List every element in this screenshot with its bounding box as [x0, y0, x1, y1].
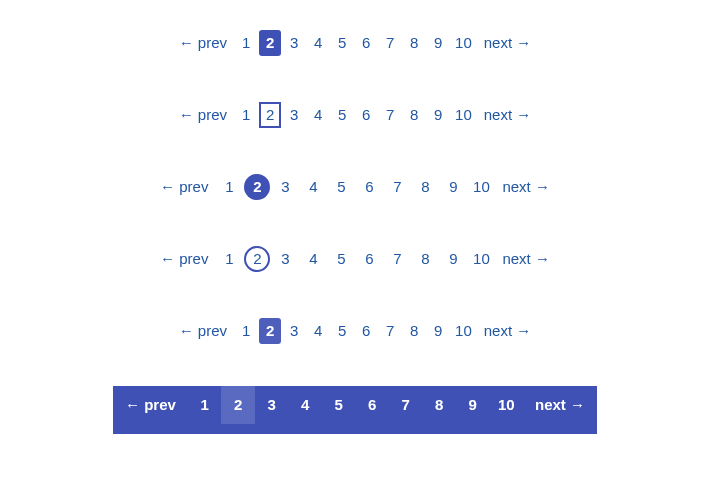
page-button-2[interactable]: 2 [259, 318, 281, 344]
page-button-3[interactable]: 3 [255, 386, 289, 424]
page-button-1[interactable]: 1 [235, 318, 257, 344]
page-button-2[interactable]: 2 [221, 386, 255, 424]
prev-button[interactable]: ← prev [154, 246, 214, 272]
page-button-1[interactable]: 1 [188, 386, 222, 424]
page-button-8[interactable]: 8 [422, 386, 456, 424]
page-button-5[interactable]: 5 [328, 246, 354, 272]
page-button-4[interactable]: 4 [288, 386, 322, 424]
page-button-9[interactable]: 9 [427, 30, 449, 56]
page-button-5[interactable]: 5 [331, 102, 353, 128]
page-button-3[interactable]: 3 [283, 318, 305, 344]
pagination-circle-outline: ← prev12345678910next → [105, 236, 605, 308]
page-button-7[interactable]: 7 [379, 102, 401, 128]
page-button-10[interactable]: 10 [490, 386, 524, 424]
page-button-5[interactable]: 5 [331, 30, 353, 56]
page-button-6[interactable]: 6 [355, 30, 377, 56]
prev-button[interactable]: ← prev [113, 386, 188, 424]
next-button[interactable]: next → [496, 246, 556, 272]
page-button-8[interactable]: 8 [412, 246, 438, 272]
page-button-10[interactable]: 10 [451, 102, 476, 128]
next-button[interactable]: next → [478, 102, 538, 128]
prev-button[interactable]: ← prev [173, 30, 233, 56]
page-button-8[interactable]: 8 [403, 318, 425, 344]
page-button-9[interactable]: 9 [427, 318, 449, 344]
page-button-2[interactable]: 2 [259, 30, 281, 56]
page-button-3[interactable]: 3 [283, 102, 305, 128]
prev-button[interactable]: ← prev [173, 318, 233, 344]
page-button-2[interactable]: 2 [259, 102, 281, 128]
page-button-7[interactable]: 7 [379, 318, 401, 344]
prev-button[interactable]: ← prev [154, 174, 214, 200]
page-button-9[interactable]: 9 [427, 102, 449, 128]
page-button-1[interactable]: 1 [216, 174, 242, 200]
page-button-9[interactable]: 9 [456, 386, 490, 424]
next-button[interactable]: next → [496, 174, 556, 200]
page-button-6[interactable]: 6 [356, 174, 382, 200]
page-button-1[interactable]: 1 [235, 30, 257, 56]
pagination-circle-filled: ← prev12345678910next → [105, 164, 605, 236]
page-button-8[interactable]: 8 [403, 30, 425, 56]
page-button-2[interactable]: 2 [244, 246, 270, 272]
page-button-3[interactable]: 3 [272, 246, 298, 272]
page-button-6[interactable]: 6 [356, 246, 382, 272]
prev-button[interactable]: ← prev [173, 102, 233, 128]
pagination-square-outline: ← prev12345678910next → [105, 92, 605, 164]
page-button-9[interactable]: 9 [440, 174, 466, 200]
page-button-3[interactable]: 3 [283, 30, 305, 56]
page-button-7[interactable]: 7 [384, 174, 410, 200]
next-button[interactable]: next → [523, 386, 597, 424]
page-button-6[interactable]: 6 [355, 386, 389, 424]
page-button-1[interactable]: 1 [235, 102, 257, 128]
page-button-10[interactable]: 10 [451, 30, 476, 56]
page-button-8[interactable]: 8 [412, 174, 438, 200]
page-button-7[interactable]: 7 [379, 30, 401, 56]
page-button-5[interactable]: 5 [331, 318, 353, 344]
next-button[interactable]: next → [478, 30, 538, 56]
page-button-6[interactable]: 6 [355, 102, 377, 128]
pagination-bar-full: ← prev12345678910next → [113, 386, 597, 434]
page-button-2[interactable]: 2 [244, 174, 270, 200]
page-button-7[interactable]: 7 [389, 386, 423, 424]
page-button-10[interactable]: 10 [468, 246, 494, 272]
page-button-4[interactable]: 4 [300, 246, 326, 272]
page-button-9[interactable]: 9 [440, 246, 466, 272]
pagination-rounded-filled: ← prev12345678910next → [105, 308, 605, 380]
page-button-5[interactable]: 5 [322, 386, 356, 424]
page-button-10[interactable]: 10 [451, 318, 476, 344]
page-button-7[interactable]: 7 [384, 246, 410, 272]
page-button-4[interactable]: 4 [300, 174, 326, 200]
page-button-10[interactable]: 10 [468, 174, 494, 200]
page-button-1[interactable]: 1 [216, 246, 242, 272]
page-button-3[interactable]: 3 [272, 174, 298, 200]
page-button-5[interactable]: 5 [328, 174, 354, 200]
pagination-square-filled: ← prev12345678910next → [105, 20, 605, 92]
page-button-6[interactable]: 6 [355, 318, 377, 344]
page-button-4[interactable]: 4 [307, 102, 329, 128]
page-button-8[interactable]: 8 [403, 102, 425, 128]
page-button-4[interactable]: 4 [307, 30, 329, 56]
page-button-4[interactable]: 4 [307, 318, 329, 344]
next-button[interactable]: next → [478, 318, 538, 344]
